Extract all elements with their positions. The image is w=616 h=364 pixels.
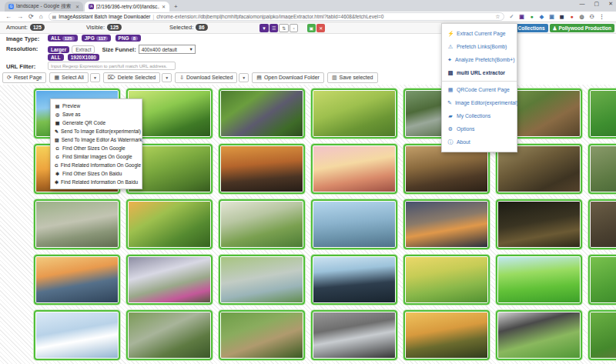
image-thumbnail[interactable] [403,199,490,249]
resolution-larger-button[interactable]: Larger [48,46,69,53]
blue-square-icon[interactable]: ▣ [549,14,555,20]
resolution-all-button[interactable]: ALL [48,54,64,61]
image-thumbnail[interactable] [311,310,397,360]
filter-type-all[interactable]: ALL 125 [48,35,78,42]
image-thumbnail[interactable] [496,310,582,360]
tab-close-icon[interactable]: ✕ [75,4,79,9]
image-thumbnail[interactable] [34,310,120,360]
menu-item-label: Find Similar Images On Google [62,154,132,159]
green-dot-icon[interactable]: ● [529,14,535,19]
tab-image-extractor[interactable]: IA [2/196/396-retry:0/0]/landsc... ✕ [85,2,169,12]
imageassistant-icon[interactable]: ▣ [519,14,525,20]
extension-icon-row: ✓ ▣ ● ◆ ▣ ◼ ● ◍ ⚇ ⋮ [509,14,605,20]
image-thumbnail[interactable] [311,199,397,249]
image-thumbnail[interactable] [588,88,616,139]
bookmark-star-icon[interactable]: ☆ [495,14,500,20]
thumbnail-size-icon[interactable]: ▫ [290,24,297,32]
check-icon[interactable]: ✓ [509,14,515,20]
reload-icon[interactable]: ⟳ [28,13,34,20]
window-minimize-button[interactable]: — [580,1,585,7]
dropdown-multi-url-extractor[interactable]: ▤ multi URL extractor [442,66,517,79]
menu-item-related-baidu[interactable]: ✱ Find Related Information On Baidu [51,178,142,186]
tab-google-search[interactable]: G landscape - Google 搜索 ✕ [5,2,83,12]
image-thumbnail[interactable] [126,310,213,360]
dropdown-analyze-prefetch[interactable]: ✦ Analyze Prefetch(Bomb+) [442,53,517,66]
menu-item-label: Options [457,126,474,132]
delete-selected-button[interactable]: ⌦ Delete Selected [103,72,160,83]
menu-item-send-editor[interactable]: ✎ Send To Image Editor(experimental) [51,127,142,135]
image-thumbnail[interactable] [219,144,305,194]
image-thumbnail[interactable] [403,255,490,305]
forward-icon[interactable]: → [17,13,23,20]
dropdown-image-editor[interactable]: ✎ Image Editor(experimental) [442,96,517,109]
url-filter-input[interactable] [48,62,176,70]
confirm-selection-button[interactable]: ▣ [307,24,316,32]
home-icon[interactable]: ⌂ [39,13,43,20]
image-thumbnail[interactable] [34,255,120,305]
gray-circle-icon[interactable]: ◍ [579,14,585,20]
red-circle-icon[interactable]: ● [569,14,575,19]
resolution-extract-button[interactable]: Extract [72,45,95,54]
profile-icon[interactable]: ⚇ [589,14,595,20]
menu-item-other-sizes-google[interactable]: G Find Other Sizes On Google [51,144,142,152]
menu-item-send-watermark[interactable]: ▨ Send To Image Editor As Watermark [51,135,142,144]
address-bar[interactable]: ▤ ImageAssistant Batch Image Downloader … [49,12,504,21]
image-thumbnail[interactable] [403,310,490,360]
menu-item-generate-qr[interactable]: ▦ Generate QR Code [51,119,142,127]
image-thumbnail[interactable] [496,199,582,249]
dropdown-options[interactable]: ⚙ Options [442,122,517,135]
download-selected-button[interactable]: ⇩ Download Selected [175,72,237,83]
image-thumbnail[interactable] [126,199,213,249]
image-thumbnail[interactable] [126,255,213,305]
resolution-1920x1080-button[interactable]: 1920X1080 [68,54,99,61]
new-tab-button[interactable]: + [174,3,178,10]
page-url: chrome-extension://dbjbempljhcmhlfpfacal… [156,14,493,19]
image-thumbnail[interactable] [34,199,120,249]
menu-item-related-google[interactable]: G Find Related Information On Google [51,161,142,169]
reset-page-button[interactable]: ⟳ Reset Page [2,72,46,83]
download-caret-icon[interactable]: ▼ [239,73,249,82]
pencil-icon: ✎ [447,100,452,106]
list-view-icon[interactable]: ☰ [270,24,278,32]
funnel-icon[interactable]: ▼ [259,24,269,32]
menu-dots-icon[interactable]: ⋮ [599,14,605,20]
image-thumbnail[interactable] [496,255,582,305]
delete-caret-icon[interactable]: ▼ [162,73,172,82]
window-close-button[interactable]: ✕ [608,1,613,7]
menu-item-similar-google[interactable]: G Find Similar Images On Google [51,152,142,161]
image-thumbnail[interactable] [219,88,305,139]
size-funnel-select[interactable]: 400x400 default ▾ [139,45,196,54]
back-icon[interactable]: ← [5,13,12,20]
select-all-caret-icon[interactable]: ▼ [90,73,100,82]
image-thumbnail[interactable] [311,255,397,305]
window-maximize-button[interactable]: ▢ [594,1,600,7]
image-thumbnail[interactable] [311,144,397,194]
blue-diamond-icon[interactable]: ◆ [539,14,545,20]
sort-order-icon[interactable]: ⇅ [279,24,289,32]
image-thumbnail[interactable] [219,310,305,360]
image-thumbnail[interactable] [219,199,305,249]
image-thumbnail[interactable] [219,255,305,305]
image-thumbnail[interactable] [588,144,616,194]
image-thumbnail[interactable] [588,199,616,249]
production-button[interactable]: ♟ Pollywood Production [550,24,614,32]
dropdown-my-collections[interactable]: ▰ My Collections [442,109,517,122]
dropdown-extract-current-page[interactable]: ⚡ Extract Current Page [442,27,517,40]
save-selected-button[interactable]: ▥ Save selected [327,72,378,83]
menu-item-other-sizes-baidu[interactable]: ✱ Find Other Sizes On Baidu [51,169,142,178]
open-download-folder-button[interactable]: ▤ Open Download Folder [252,72,324,83]
image-thumbnail[interactable] [588,255,616,305]
filter-type-png[interactable]: PNG 8 [116,35,141,42]
menu-item-save-as[interactable]: ◎ Save as [51,110,142,119]
image-thumbnail[interactable] [311,88,397,139]
dropdown-prefetch-links[interactable]: ⚠ Prefetch Links(Bomb) [442,40,517,53]
dark-square-icon[interactable]: ◼ [559,14,565,20]
dropdown-about[interactable]: ⓘ About [442,135,517,149]
select-all-button[interactable]: ▦ Select All [49,72,88,83]
menu-item-preview[interactable]: ▤ Preview [51,102,142,110]
dropdown-qrcode-current-page[interactable]: ▦ QRCode Current Page [442,83,517,96]
tab-close-icon[interactable]: ✕ [162,4,166,9]
image-thumbnail[interactable] [588,310,616,360]
clear-selection-button[interactable]: ✕ [316,24,325,32]
filter-type-jpg[interactable]: JPG 117 [82,35,112,42]
